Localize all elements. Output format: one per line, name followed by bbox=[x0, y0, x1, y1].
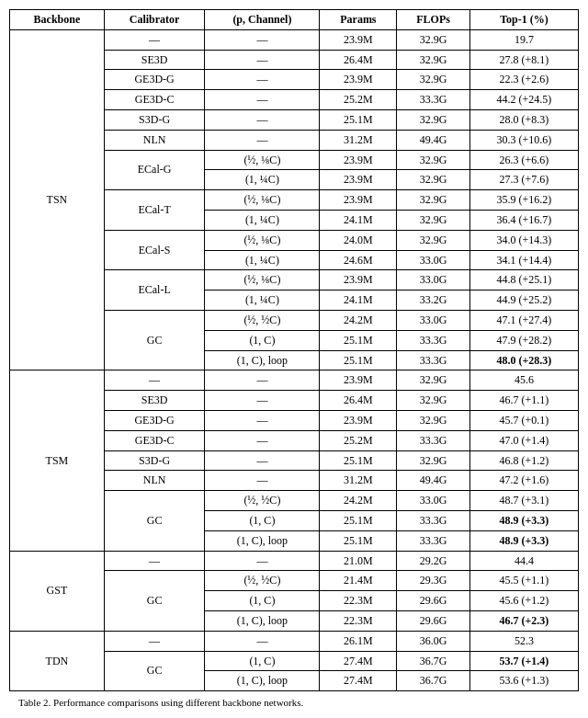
p-channel-cell: — bbox=[205, 370, 320, 391]
flops-cell: 32.9G bbox=[397, 391, 469, 411]
top1-cell: 35.9 (+16.2) bbox=[469, 190, 578, 211]
top1-cell: 48.9 (+3.3) bbox=[469, 530, 578, 551]
top1-cell: 30.3 (+10.6) bbox=[469, 130, 578, 150]
flops-cell: 32.9G bbox=[397, 150, 469, 170]
flops-cell: 29.6G bbox=[397, 591, 469, 611]
p-channel-cell: — bbox=[205, 109, 320, 130]
flops-cell: 33.3G bbox=[397, 530, 469, 551]
calibrator-cell: GE3D-G bbox=[104, 70, 204, 90]
flops-cell: 32.9G bbox=[397, 370, 469, 391]
p-channel-cell: — bbox=[205, 410, 320, 430]
params-cell: 21.4M bbox=[320, 571, 397, 591]
results-table: Backbone Calibrator (p, Channel) Params … bbox=[9, 9, 579, 691]
table-caption: Table 2. Performance comparisons using d… bbox=[9, 697, 579, 708]
p-channel-cell: — bbox=[205, 631, 320, 651]
p-channel-cell: (½, ⅛C) bbox=[205, 270, 320, 291]
top1-cell: 46.8 (+1.2) bbox=[469, 450, 578, 471]
params-cell: 24.6M bbox=[320, 250, 397, 270]
top1-cell: 45.7 (+0.1) bbox=[469, 410, 578, 430]
p-channel-cell: (1, C) bbox=[205, 591, 320, 611]
params-cell: 24.1M bbox=[320, 291, 397, 311]
header-p-channel: (p, Channel) bbox=[205, 10, 320, 30]
top1-cell: 28.0 (+8.3) bbox=[469, 109, 578, 130]
header-backbone: Backbone bbox=[10, 10, 105, 30]
flops-cell: 29.3G bbox=[397, 571, 469, 591]
params-cell: 25.1M bbox=[320, 510, 397, 530]
calibrator-cell: S3D-G bbox=[104, 109, 204, 130]
flops-cell: 32.9G bbox=[397, 190, 469, 211]
top1-cell: 45.6 bbox=[469, 370, 578, 391]
flops-cell: 36.7G bbox=[397, 651, 469, 671]
flops-cell: 32.9G bbox=[397, 210, 469, 230]
params-cell: 25.1M bbox=[320, 109, 397, 130]
top1-cell: 44.2 (+24.5) bbox=[469, 90, 578, 110]
header-params: Params bbox=[320, 10, 397, 30]
flops-cell: 32.9G bbox=[397, 410, 469, 430]
flops-cell: 49.4G bbox=[397, 130, 469, 150]
params-cell: 23.9M bbox=[320, 70, 397, 90]
backbone-cell: TSM bbox=[10, 370, 105, 551]
flops-cell: 32.9G bbox=[397, 70, 469, 90]
params-cell: 26.4M bbox=[320, 391, 397, 411]
params-cell: 31.2M bbox=[320, 471, 397, 491]
calibrator-cell: — bbox=[104, 631, 204, 651]
p-channel-cell: (½, ½C) bbox=[205, 310, 320, 330]
top1-cell: 27.8 (+8.1) bbox=[469, 50, 578, 70]
p-channel-cell: (1, ¼C) bbox=[205, 250, 320, 270]
params-cell: 27.4M bbox=[320, 651, 397, 671]
top1-cell: 47.9 (+28.2) bbox=[469, 330, 578, 350]
calibrator-cell: S3D-G bbox=[104, 450, 204, 471]
params-cell: 24.1M bbox=[320, 210, 397, 230]
p-channel-cell: — bbox=[205, 90, 320, 110]
params-cell: 21.0M bbox=[320, 551, 397, 571]
flops-cell: 33.0G bbox=[397, 491, 469, 511]
flops-cell: 32.9G bbox=[397, 50, 469, 70]
p-channel-cell: (1, C), loop bbox=[205, 350, 320, 370]
calibrator-cell: NLN bbox=[104, 130, 204, 150]
flops-cell: 32.9G bbox=[397, 29, 469, 50]
params-cell: 25.1M bbox=[320, 450, 397, 471]
params-cell: 24.2M bbox=[320, 310, 397, 330]
calibrator-cell: ECal-S bbox=[104, 230, 204, 270]
params-cell: 25.1M bbox=[320, 350, 397, 370]
calibrator-cell: SE3D bbox=[104, 50, 204, 70]
flops-cell: 32.9G bbox=[397, 230, 469, 250]
top1-cell: 46.7 (+2.3) bbox=[469, 610, 578, 631]
p-channel-cell: (1, C) bbox=[205, 651, 320, 671]
params-cell: 31.2M bbox=[320, 130, 397, 150]
top1-cell: 27.3 (+7.6) bbox=[469, 170, 578, 190]
params-cell: 23.9M bbox=[320, 150, 397, 170]
p-channel-cell: — bbox=[205, 430, 320, 450]
top1-cell: 46.7 (+1.1) bbox=[469, 391, 578, 411]
calibrator-cell: ECal-L bbox=[104, 270, 204, 311]
flops-cell: 33.3G bbox=[397, 430, 469, 450]
top1-cell: 44.8 (+25.1) bbox=[469, 270, 578, 291]
p-channel-cell: (½, ⅛C) bbox=[205, 230, 320, 250]
p-channel-cell: (½, ½C) bbox=[205, 491, 320, 511]
flops-cell: 33.0G bbox=[397, 250, 469, 270]
params-cell: 23.9M bbox=[320, 410, 397, 430]
p-channel-cell: (½, ⅛C) bbox=[205, 150, 320, 170]
flops-cell: 33.3G bbox=[397, 350, 469, 370]
flops-cell: 33.3G bbox=[397, 510, 469, 530]
params-cell: 23.9M bbox=[320, 270, 397, 291]
flops-cell: 33.3G bbox=[397, 90, 469, 110]
params-cell: 23.9M bbox=[320, 190, 397, 211]
top1-cell: 45.5 (+1.1) bbox=[469, 571, 578, 591]
header-top1: Top-1 (%) bbox=[469, 10, 578, 30]
p-channel-cell: (1, C), loop bbox=[205, 530, 320, 551]
top1-cell: 53.6 (+1.3) bbox=[469, 671, 578, 691]
flops-cell: 36.0G bbox=[397, 631, 469, 651]
flops-cell: 36.7G bbox=[397, 671, 469, 691]
flops-cell: 29.2G bbox=[397, 551, 469, 571]
p-channel-cell: — bbox=[205, 551, 320, 571]
top1-cell: 19.7 bbox=[469, 29, 578, 50]
calibrator-cell: GC bbox=[104, 571, 204, 631]
flops-cell: 32.9G bbox=[397, 170, 469, 190]
flops-cell: 32.9G bbox=[397, 109, 469, 130]
top1-cell: 36.4 (+16.7) bbox=[469, 210, 578, 230]
backbone-cell: GST bbox=[10, 551, 105, 631]
p-channel-cell: (1, C), loop bbox=[205, 671, 320, 691]
top1-cell: 47.0 (+1.4) bbox=[469, 430, 578, 450]
p-channel-cell: (1, ¼C) bbox=[205, 291, 320, 311]
